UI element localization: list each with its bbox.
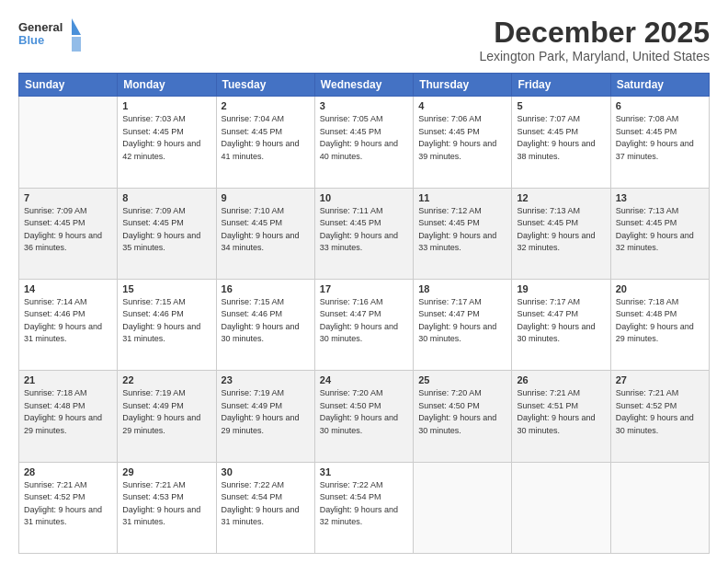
table-row [19, 97, 118, 188]
title-block: December 2025 Lexington Park, Maryland, … [479, 17, 710, 63]
table-row: 26Sunrise: 7:21 AMSunset: 4:51 PMDayligh… [512, 371, 610, 462]
th-monday: Monday [118, 74, 216, 97]
day-info: Sunrise: 7:11 AMSunset: 4:45 PMDaylight:… [320, 205, 408, 255]
day-number: 4 [418, 100, 506, 111]
day-number: 15 [122, 283, 210, 294]
calendar-row: 7Sunrise: 7:09 AMSunset: 4:45 PMDaylight… [19, 188, 710, 279]
day-number: 13 [616, 192, 704, 203]
day-info: Sunrise: 7:03 AMSunset: 4:45 PMDaylight:… [122, 113, 210, 163]
day-info: Sunrise: 7:15 AMSunset: 4:46 PMDaylight:… [122, 296, 210, 346]
calendar-row: 1Sunrise: 7:03 AMSunset: 4:45 PMDaylight… [19, 97, 710, 188]
day-info: Sunrise: 7:09 AMSunset: 4:45 PMDaylight:… [122, 205, 210, 255]
logo-svg: General Blue [18, 17, 83, 55]
day-number: 24 [320, 374, 408, 385]
day-number: 11 [418, 192, 506, 203]
table-row: 17Sunrise: 7:16 AMSunset: 4:47 PMDayligh… [314, 279, 413, 370]
table-row: 12Sunrise: 7:13 AMSunset: 4:45 PMDayligh… [512, 188, 610, 279]
table-row: 23Sunrise: 7:19 AMSunset: 4:49 PMDayligh… [216, 371, 314, 462]
day-info: Sunrise: 7:21 AMSunset: 4:51 PMDaylight:… [517, 387, 605, 437]
day-number: 17 [320, 283, 408, 294]
day-number: 21 [24, 374, 112, 385]
day-info: Sunrise: 7:08 AMSunset: 4:45 PMDaylight:… [616, 113, 704, 163]
day-info: Sunrise: 7:12 AMSunset: 4:45 PMDaylight:… [418, 205, 506, 255]
table-row: 24Sunrise: 7:20 AMSunset: 4:50 PMDayligh… [314, 371, 413, 462]
page: General Blue December 2025 Lexington Par… [0, 0, 728, 563]
day-number: 31 [320, 466, 408, 477]
svg-text:Blue: Blue [18, 33, 44, 47]
th-sunday: Sunday [19, 74, 118, 97]
day-info: Sunrise: 7:21 AMSunset: 4:52 PMDaylight:… [24, 479, 112, 529]
day-info: Sunrise: 7:19 AMSunset: 4:49 PMDaylight:… [122, 387, 210, 437]
table-row: 28Sunrise: 7:21 AMSunset: 4:52 PMDayligh… [19, 462, 118, 553]
day-info: Sunrise: 7:13 AMSunset: 4:45 PMDaylight:… [616, 205, 704, 255]
calendar-row: 21Sunrise: 7:18 AMSunset: 4:48 PMDayligh… [19, 371, 710, 462]
table-row: 22Sunrise: 7:19 AMSunset: 4:49 PMDayligh… [118, 371, 216, 462]
day-info: Sunrise: 7:15 AMSunset: 4:46 PMDaylight:… [222, 296, 310, 346]
table-row [414, 462, 512, 553]
day-info: Sunrise: 7:19 AMSunset: 4:49 PMDaylight:… [222, 387, 310, 437]
table-row [512, 462, 610, 553]
day-info: Sunrise: 7:18 AMSunset: 4:48 PMDaylight:… [616, 296, 704, 346]
day-number: 19 [517, 283, 605, 294]
month-title: December 2025 [479, 17, 710, 49]
table-row: 2Sunrise: 7:04 AMSunset: 4:45 PMDaylight… [216, 97, 314, 188]
table-row: 13Sunrise: 7:13 AMSunset: 4:45 PMDayligh… [610, 188, 709, 279]
table-row: 1Sunrise: 7:03 AMSunset: 4:45 PMDaylight… [118, 97, 216, 188]
day-info: Sunrise: 7:22 AMSunset: 4:54 PMDaylight:… [222, 479, 310, 529]
day-info: Sunrise: 7:10 AMSunset: 4:45 PMDaylight:… [222, 205, 310, 255]
day-info: Sunrise: 7:21 AMSunset: 4:52 PMDaylight:… [616, 387, 704, 437]
table-row: 21Sunrise: 7:18 AMSunset: 4:48 PMDayligh… [19, 371, 118, 462]
location: Lexington Park, Maryland, United States [479, 49, 710, 63]
day-number: 10 [320, 192, 408, 203]
day-number: 25 [418, 374, 506, 385]
table-row: 10Sunrise: 7:11 AMSunset: 4:45 PMDayligh… [314, 188, 413, 279]
table-row: 7Sunrise: 7:09 AMSunset: 4:45 PMDaylight… [19, 188, 118, 279]
svg-marker-3 [72, 37, 81, 52]
logo: General Blue [18, 17, 83, 55]
day-number: 5 [517, 100, 605, 111]
table-row: 27Sunrise: 7:21 AMSunset: 4:52 PMDayligh… [610, 371, 709, 462]
table-row: 5Sunrise: 7:07 AMSunset: 4:45 PMDaylight… [512, 97, 610, 188]
day-number: 28 [24, 466, 112, 477]
table-row: 8Sunrise: 7:09 AMSunset: 4:45 PMDaylight… [118, 188, 216, 279]
table-row: 3Sunrise: 7:05 AMSunset: 4:45 PMDaylight… [314, 97, 413, 188]
day-info: Sunrise: 7:20 AMSunset: 4:50 PMDaylight:… [418, 387, 506, 437]
table-row: 29Sunrise: 7:21 AMSunset: 4:53 PMDayligh… [118, 462, 216, 553]
table-row: 9Sunrise: 7:10 AMSunset: 4:45 PMDaylight… [216, 188, 314, 279]
th-friday: Friday [512, 74, 610, 97]
table-row: 16Sunrise: 7:15 AMSunset: 4:46 PMDayligh… [216, 279, 314, 370]
table-row: 18Sunrise: 7:17 AMSunset: 4:47 PMDayligh… [414, 279, 512, 370]
day-number: 1 [122, 100, 210, 111]
header: General Blue December 2025 Lexington Par… [18, 17, 710, 63]
day-info: Sunrise: 7:18 AMSunset: 4:48 PMDaylight:… [24, 387, 112, 437]
day-info: Sunrise: 7:04 AMSunset: 4:45 PMDaylight:… [222, 113, 310, 163]
day-number: 7 [24, 192, 112, 203]
svg-marker-2 [72, 18, 81, 35]
calendar-table: Sunday Monday Tuesday Wednesday Thursday… [18, 73, 710, 554]
day-info: Sunrise: 7:22 AMSunset: 4:54 PMDaylight:… [320, 479, 408, 529]
table-row: 30Sunrise: 7:22 AMSunset: 4:54 PMDayligh… [216, 462, 314, 553]
day-info: Sunrise: 7:17 AMSunset: 4:47 PMDaylight:… [517, 296, 605, 346]
day-info: Sunrise: 7:17 AMSunset: 4:47 PMDaylight:… [418, 296, 506, 346]
day-info: Sunrise: 7:07 AMSunset: 4:45 PMDaylight:… [517, 113, 605, 163]
day-info: Sunrise: 7:09 AMSunset: 4:45 PMDaylight:… [24, 205, 112, 255]
day-number: 20 [616, 283, 704, 294]
day-number: 18 [418, 283, 506, 294]
day-info: Sunrise: 7:20 AMSunset: 4:50 PMDaylight:… [320, 387, 408, 437]
table-row: 19Sunrise: 7:17 AMSunset: 4:47 PMDayligh… [512, 279, 610, 370]
table-row: 31Sunrise: 7:22 AMSunset: 4:54 PMDayligh… [314, 462, 413, 553]
table-row: 14Sunrise: 7:14 AMSunset: 4:46 PMDayligh… [19, 279, 118, 370]
day-info: Sunrise: 7:05 AMSunset: 4:45 PMDaylight:… [320, 113, 408, 163]
table-row: 4Sunrise: 7:06 AMSunset: 4:45 PMDaylight… [414, 97, 512, 188]
day-number: 16 [222, 283, 310, 294]
day-number: 14 [24, 283, 112, 294]
day-number: 26 [517, 374, 605, 385]
day-number: 29 [122, 466, 210, 477]
svg-text:General: General [18, 20, 63, 34]
day-number: 27 [616, 374, 704, 385]
day-number: 2 [222, 100, 310, 111]
table-row: 11Sunrise: 7:12 AMSunset: 4:45 PMDayligh… [414, 188, 512, 279]
day-info: Sunrise: 7:16 AMSunset: 4:47 PMDaylight:… [320, 296, 408, 346]
header-row: Sunday Monday Tuesday Wednesday Thursday… [19, 74, 710, 97]
day-number: 23 [222, 374, 310, 385]
